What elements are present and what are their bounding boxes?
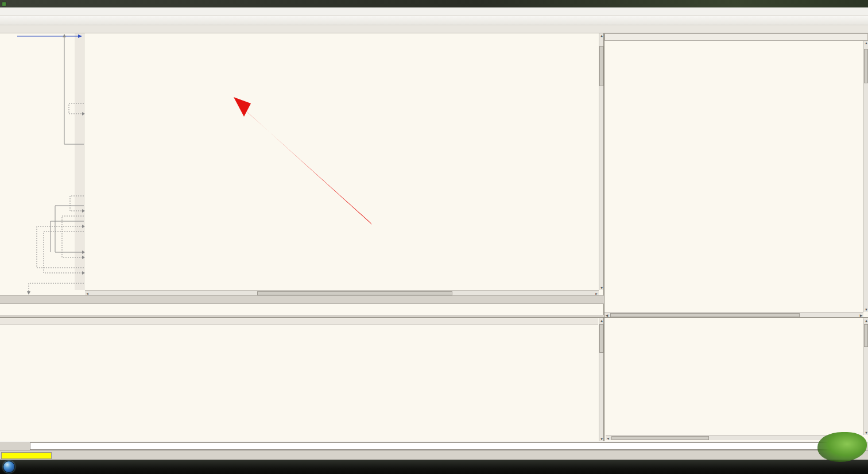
stack-vscrollbar[interactable]: ▲ ▼ <box>863 318 868 435</box>
dump-vscrollbar[interactable]: ▲ ▼ <box>599 318 603 441</box>
jump-lines <box>0 33 85 295</box>
menu-bar <box>0 7 868 16</box>
status-badge <box>1 452 52 459</box>
registers-hscrollbar[interactable]: ◀ ▶ <box>604 312 863 317</box>
register-lines[interactable] <box>608 42 862 311</box>
command-bar <box>0 441 868 450</box>
hide-fpu-button[interactable] <box>604 33 868 41</box>
x32dbg-window: ▲ ▼ ◀ ▶ ▲ ▼ ◀ ▶ <box>0 0 868 474</box>
registers-vscrollbar[interactable]: ▲ ▼ <box>863 41 868 312</box>
stack-hscrollbar[interactable]: ◀ ▶ <box>606 435 840 440</box>
taskbar <box>0 460 868 474</box>
registers-panel: ▲ ▼ ◀ ▶ <box>604 33 868 317</box>
status-bar <box>0 450 868 460</box>
command-input[interactable] <box>30 442 863 450</box>
stack-panel: ◀ ▶ ▲ ▼ <box>604 317 868 441</box>
module-info-line <box>0 304 604 315</box>
dump-panel: ▲ ▼ <box>0 317 604 441</box>
tab-bar <box>0 25 868 33</box>
disasm-hscrollbar[interactable]: ◀ ▶ <box>85 290 599 295</box>
hint-bar <box>0 295 604 304</box>
title-bar[interactable] <box>0 0 868 7</box>
disasm-vscrollbar[interactable]: ▲ ▼ <box>599 33 603 290</box>
disassembly-panel: ▲ ▼ ◀ ▶ <box>0 33 604 295</box>
toolbar <box>0 16 868 25</box>
dump-header <box>0 318 598 325</box>
app-icon <box>2 2 6 6</box>
start-button[interactable] <box>3 461 15 473</box>
